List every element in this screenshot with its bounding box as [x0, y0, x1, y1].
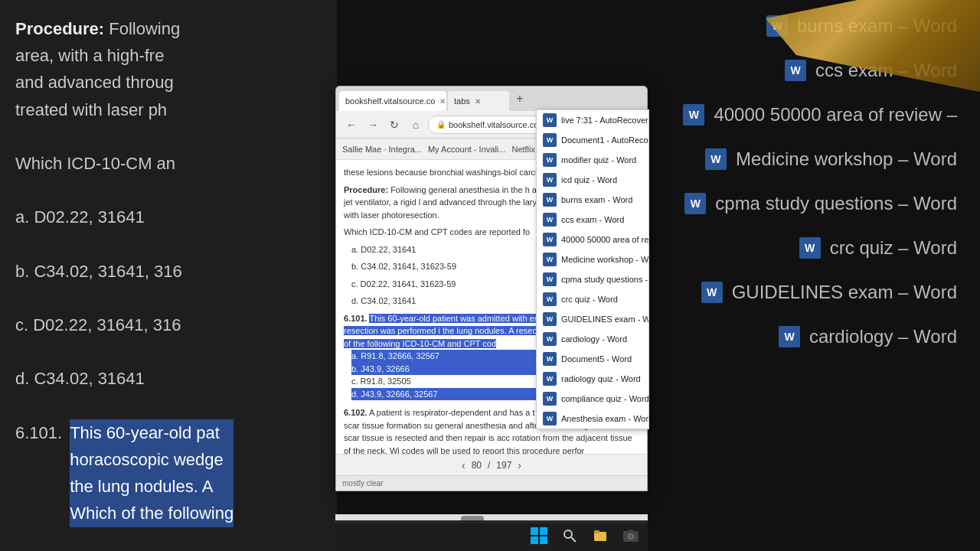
browser-footer: ‹ 80 / 197 › [336, 454, 647, 475]
tab-second[interactable]: tabs ✕ [448, 91, 509, 111]
files-button[interactable] [590, 525, 611, 546]
bookmark-myaccount[interactable]: My Account - Invali... [428, 145, 505, 154]
right-item-cardiology: W cardiology – Word [779, 326, 957, 347]
browser-statusbar: mostly clear [336, 475, 647, 491]
svg-rect-3 [540, 536, 547, 544]
dropdown-item-anesthesia[interactable]: W Anesthesia exam - Word [537, 409, 648, 429]
word-icon-ccs: W [543, 213, 557, 227]
word-icon: W [683, 104, 704, 126]
svg-rect-7 [594, 530, 599, 533]
word-icon: W [684, 193, 706, 214]
word-icon-anesthesia: W [543, 412, 557, 425]
files-icon [593, 528, 608, 543]
word-icon-cardiology: W [543, 332, 557, 346]
back-button[interactable]: ← [342, 116, 361, 134]
dropdown-item-cardiology[interactable]: W cardiology - Word [537, 329, 648, 349]
tab-vitalsource[interactable]: bookshelf.vitalsource.co ✕ [339, 91, 446, 111]
camera-icon [622, 527, 639, 544]
svg-point-10 [629, 535, 633, 539]
dropdown-item-guidelines[interactable]: W GUIDELINES exam - Word [537, 309, 648, 329]
search-icon [562, 528, 577, 543]
address-text: bookshelf.vitalsource.co... [449, 120, 546, 129]
taskbar-dropdown: W live 7:31 - AutoRecovered - W Document… [536, 109, 649, 429]
refresh-button[interactable]: ↻ [385, 116, 403, 134]
word-icon: W [779, 326, 800, 347]
dropdown-item-crc[interactable]: W crc quiz - Word [537, 289, 648, 309]
next-page-button[interactable]: › [518, 459, 521, 471]
word-icon-modifier: W [543, 153, 557, 167]
windows-taskbar [335, 520, 648, 551]
bookmark-sallymae[interactable]: Sallie Mae · Integra... [342, 145, 422, 154]
dropdown-item-icd[interactable]: W icd quiz - Word [537, 170, 648, 190]
word-icon: W [701, 282, 723, 303]
home-button[interactable]: ⌂ [407, 116, 425, 134]
page-separator: / [488, 460, 490, 471]
svg-rect-2 [531, 536, 538, 544]
page-total: 197 [496, 460, 511, 471]
word-icon-icd: W [543, 173, 557, 187]
word-icon-compliance: W [543, 392, 557, 406]
dropdown-item-radiology[interactable]: W radiology quiz - Word [537, 369, 648, 389]
word-icon-doc1: W [543, 133, 557, 147]
right-item-40000: W 40000 50000 area of review – [683, 104, 957, 126]
dropdown-item-medicine[interactable]: W Medicine workshop - Word [537, 249, 648, 269]
dropdown-item-live[interactable]: W live 7:31 - AutoRecovered - [537, 110, 648, 130]
dropdown-item-40000[interactable]: W 40000 50000 area of review - [537, 230, 648, 249]
word-icon: W [799, 237, 821, 259]
dropdown-item-compliance[interactable]: W compliance quiz - Word [537, 389, 648, 409]
right-item-cpma: W cpma study questions – Word [684, 193, 957, 214]
right-item-medicine: W Medicine workshop – Word [705, 148, 957, 170]
search-button[interactable] [559, 525, 580, 546]
lock-icon: 🔒 [436, 120, 446, 129]
word-icon-40000: W [543, 233, 557, 246]
prev-page-button[interactable]: ‹ [462, 459, 466, 471]
right-item-guidelines: W GUIDELINES exam – Word [701, 282, 957, 303]
dropdown-item-cpma[interactable]: W cpma study questions - Word [537, 269, 648, 289]
word-icon: W [785, 60, 806, 81]
word-icon-live: W [543, 113, 557, 127]
camera-button[interactable] [620, 525, 642, 546]
tab2-close-btn[interactable]: ✕ [475, 97, 481, 106]
word-icon-doc5: W [543, 352, 557, 366]
word-icon-burns: W [543, 193, 557, 207]
dropdown-item-ccs[interactable]: W ccs exam - Word [537, 210, 648, 230]
browser-tabs: bookshelf.vitalsource.co ✕ tabs ✕ + [336, 86, 647, 111]
bg-left-text: Procedure: Followingarea, with a high-fr… [15, 15, 322, 551]
windows-logo-icon [531, 527, 547, 544]
svg-rect-11 [629, 530, 633, 532]
tab-vitalsource-label: bookshelf.vitalsource.co [345, 96, 435, 106]
word-icon: W [705, 148, 727, 170]
tab-second-label: tabs [454, 96, 470, 106]
windows-logo-button[interactable] [528, 525, 550, 546]
status-text: mostly clear [342, 479, 383, 487]
forward-button[interactable]: → [364, 116, 382, 134]
word-icon-cpma: W [543, 272, 557, 286]
dropdown-item-modifier[interactable]: W modifier quiz - Word [537, 150, 648, 170]
bookmark-netflix[interactable]: Netflix [511, 145, 535, 154]
svg-point-4 [564, 530, 572, 538]
word-icon-crc: W [543, 292, 557, 306]
word-icon-radiology: W [543, 372, 557, 386]
new-tab-button[interactable]: + [511, 90, 529, 108]
right-item-crc: W crc quiz – Word [799, 237, 957, 259]
page-current: 80 [472, 460, 482, 471]
bg-left-panel: Procedure: Followingarea, with a high-fr… [0, 0, 337, 551]
svg-line-5 [571, 537, 576, 542]
tab-close-btn[interactable]: ✕ [439, 97, 446, 106]
dropdown-item-doc5[interactable]: W Document5 - Word [537, 349, 648, 369]
word-icon-guidelines: W [543, 312, 557, 326]
word-icon-medicine: W [543, 253, 557, 266]
dropdown-item-burns[interactable]: W burns exam - Word [537, 190, 648, 210]
svg-rect-1 [540, 527, 547, 535]
svg-rect-0 [531, 527, 538, 535]
dropdown-item-doc1[interactable]: W Document1 - AutoRecovered [537, 130, 648, 150]
